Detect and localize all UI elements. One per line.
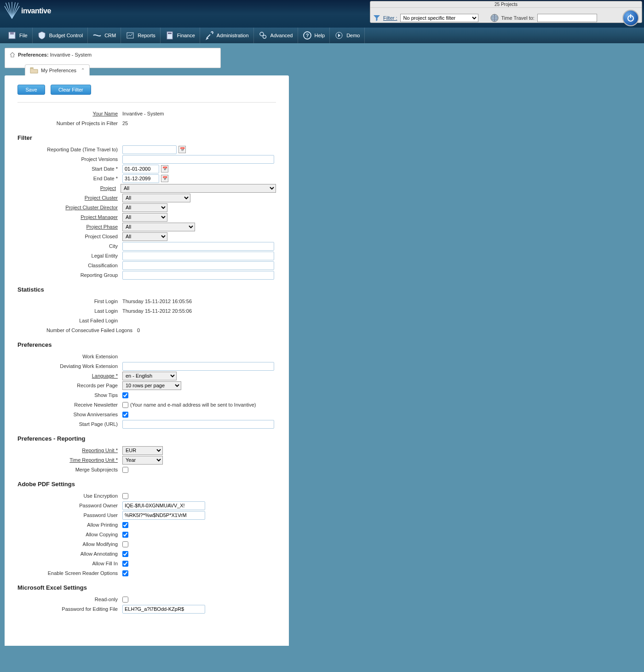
records-select[interactable]: 10 rows per page xyxy=(122,381,181,390)
start-date-label: Start Date * xyxy=(17,166,122,172)
time-reporting-unit-select[interactable]: Year xyxy=(122,456,163,465)
allow-copying-label: Allow Copying xyxy=(17,532,122,537)
section-preferences: Preferences xyxy=(17,341,276,348)
failed-logons-label: Number of Consecutive Failed Logons xyxy=(17,327,137,333)
handshake-icon xyxy=(92,31,102,40)
menu-file[interactable]: File xyxy=(3,28,33,43)
calendar-icon[interactable]: 📅 xyxy=(161,175,168,182)
first-login-value: Thursday 15-11-2012 16:05:56 xyxy=(122,299,276,304)
svg-text:?: ? xyxy=(305,33,309,38)
project-label: Project xyxy=(17,185,121,191)
menu-demo[interactable]: Demo xyxy=(330,28,365,43)
project-cluster-director-select[interactable]: All xyxy=(122,203,167,212)
calendar-icon[interactable]: 📅 xyxy=(178,146,186,153)
menu-advanced[interactable]: Advanced xyxy=(254,28,298,43)
failed-logons-value: 0 xyxy=(137,327,276,333)
clear-filter-button[interactable]: Clear Filter xyxy=(51,85,91,95)
projects-count: 25 Projects xyxy=(370,1,642,8)
dev-work-ext-input[interactable] xyxy=(122,362,274,371)
allow-fillin-checkbox[interactable] xyxy=(122,561,128,567)
tools-icon xyxy=(205,31,214,40)
home-icon[interactable] xyxy=(10,52,15,57)
reporting-unit-select[interactable]: EUR xyxy=(122,446,163,455)
separator xyxy=(17,102,276,103)
section-prefs-reporting: Preferences - Reporting xyxy=(17,435,276,442)
shield-icon xyxy=(37,31,46,40)
use-encryption-checkbox[interactable] xyxy=(122,493,128,499)
reporting-unit-label: Reporting Unit * xyxy=(17,448,122,453)
receive-newsletter-checkbox[interactable] xyxy=(122,402,128,408)
receive-newsletter-label: Receive Newsletter xyxy=(17,402,122,408)
enable-screen-reader-label: Enable Screen Reader Options xyxy=(17,570,122,576)
legal-entity-input[interactable] xyxy=(122,252,274,260)
merge-subprojects-label: Merge Subprojects xyxy=(17,467,122,472)
password-owner-input[interactable] xyxy=(122,501,205,510)
menu-help[interactable]: ? Help xyxy=(298,28,330,43)
project-cluster-select[interactable]: All xyxy=(122,194,190,202)
menu-budget-control[interactable]: Budget Control xyxy=(33,28,88,43)
show-tips-checkbox[interactable] xyxy=(122,392,128,398)
show-tips-label: Show Tips xyxy=(17,392,122,398)
allow-printing-checkbox[interactable] xyxy=(122,522,128,528)
readonly-checkbox[interactable] xyxy=(122,597,128,603)
tab-my-preferences[interactable]: My Preferences ⌃ xyxy=(25,64,90,75)
last-login-label: Last Login xyxy=(17,308,122,314)
chart-icon xyxy=(126,31,135,40)
project-select[interactable]: All xyxy=(121,184,276,193)
reporting-date-label: Reporting Date (Time Travel to) xyxy=(17,147,122,152)
show-anniv-checkbox[interactable] xyxy=(122,412,128,418)
svg-point-9 xyxy=(263,35,266,39)
start-page-input[interactable] xyxy=(122,420,274,429)
allow-copying-checkbox[interactable] xyxy=(122,532,128,538)
calendar-icon[interactable]: 📅 xyxy=(161,165,168,172)
filter-link[interactable]: Filter : xyxy=(383,15,397,21)
menu-reports[interactable]: Reports xyxy=(121,28,161,43)
project-manager-select[interactable]: All xyxy=(122,213,167,222)
menu-finance[interactable]: Finance xyxy=(161,28,200,43)
start-date-input[interactable] xyxy=(122,165,159,173)
enable-screen-reader-checkbox[interactable] xyxy=(122,570,128,576)
play-icon xyxy=(334,31,344,40)
gears-icon xyxy=(259,31,268,40)
project-closed-select[interactable]: All xyxy=(122,232,167,241)
filter-select[interactable]: No project specific filter xyxy=(400,14,478,22)
help-icon: ? xyxy=(303,31,312,40)
excel-password-input[interactable] xyxy=(122,605,205,614)
project-phase-label: Project Phase xyxy=(17,224,122,230)
city-label: City xyxy=(17,243,122,249)
reporting-group-input[interactable] xyxy=(122,271,274,280)
time-travel-label: Time Travel to: xyxy=(501,15,535,21)
city-input[interactable] xyxy=(122,242,274,251)
reporting-date-input[interactable] xyxy=(122,145,177,154)
project-phase-select[interactable]: All xyxy=(122,223,195,231)
save-button[interactable]: Save xyxy=(17,85,45,95)
records-label: Records per Page xyxy=(17,383,122,388)
start-page-label: Start Page (URL) xyxy=(17,421,122,427)
classification-input[interactable] xyxy=(122,261,274,270)
reporting-group-label: Reporting Group xyxy=(17,272,122,278)
end-date-label: End Date * xyxy=(17,176,122,181)
password-user-label: Password User xyxy=(17,512,122,518)
power-button[interactable] xyxy=(622,10,639,26)
allow-annotating-checkbox[interactable] xyxy=(122,551,128,557)
time-travel-input[interactable] xyxy=(537,14,597,22)
legal-entity-label: Legal Entity xyxy=(17,253,122,258)
password-user-input[interactable] xyxy=(122,511,205,520)
menu-crm[interactable]: CRM xyxy=(88,28,121,43)
logo-text: invantive xyxy=(21,7,51,15)
allow-annotating-label: Allow Annotating xyxy=(17,551,122,557)
collapse-icon[interactable]: ⌃ xyxy=(81,68,85,73)
logo-icon xyxy=(4,2,20,20)
project-cluster-director-label: Project Cluster Director xyxy=(17,205,122,210)
project-versions-input[interactable] xyxy=(122,155,274,164)
language-label: Language * xyxy=(17,373,122,379)
readonly-label: Read-only xyxy=(17,597,122,602)
merge-subprojects-checkbox[interactable] xyxy=(122,467,128,473)
language-select[interactable]: en - English xyxy=(122,372,177,380)
svg-rect-4 xyxy=(10,32,14,34)
excel-password-label: Password for Editing File xyxy=(17,606,122,612)
classification-label: Classification xyxy=(17,263,122,268)
allow-modifying-checkbox[interactable] xyxy=(122,541,128,547)
end-date-input[interactable] xyxy=(122,174,159,183)
menu-administration[interactable]: Administration xyxy=(200,28,254,43)
